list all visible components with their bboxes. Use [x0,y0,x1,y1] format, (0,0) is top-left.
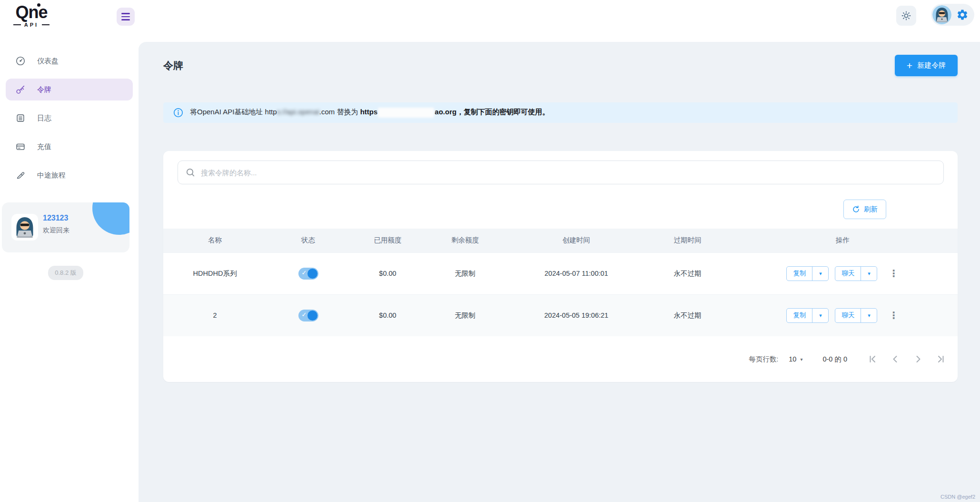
toggle-knob [307,269,317,279]
copy-button[interactable]: 复制 [787,309,812,322]
sidebar-item-tokens[interactable]: 令牌 [6,79,133,100]
table-row: HDHDHD系列 ✓ $0.00 无限制 2024-05-07 11:00:01… [163,252,958,294]
page-title: 令牌 [163,59,183,72]
sidebar-item-label: 仪表盘 [37,57,59,66]
used-quota: $0.00 [350,294,426,336]
copy-dropdown-button[interactable]: ▾ [812,309,828,322]
info-banner: 将OpenAI API基础地址 https://api.openai.com 替… [163,102,958,123]
chat-split-button[interactable]: 聊天 ▾ [835,308,877,323]
first-page-button[interactable] [867,354,878,364]
token-name: HDHDHD系列 [163,252,267,294]
search-input[interactable] [201,169,936,177]
created-time: 2024-05-05 19:06:21 [505,294,648,336]
copy-button[interactable]: 复制 [787,267,812,281]
avatar [11,214,38,241]
paintbrush-icon [15,170,26,181]
user-card[interactable]: 123123 欢迎回来 [2,202,129,252]
redacted-url-segment: s://api.openai [277,108,319,116]
rows-per-page-label: 每页行数: [749,355,778,364]
dots-vertical-icon: ⋮ [889,310,898,321]
pagination-range: 0-0 的 0 [822,355,847,364]
sun-icon [901,10,912,21]
toggle-knob [307,311,317,321]
dots-vertical-icon: ⋮ [889,268,898,279]
check-icon: ✓ [302,311,307,318]
logo-subtitle: API [8,22,55,28]
user-menu[interactable] [931,4,974,26]
column-header-status: 状态 [267,229,350,252]
table-header-row: 名称 状态 已用额度 剩余额度 创建时间 过期时间 操作 [163,229,958,252]
sidebar: 仪表盘 令牌 日志 充值 [0,42,139,502]
first-page-icon [868,354,877,364]
user-greeting: 欢迎回来 [43,226,69,235]
refresh-icon [852,205,860,213]
column-header-used: 已用额度 [350,229,426,252]
dashboard-icon [15,56,26,66]
sidebar-item-label: 令牌 [37,85,51,94]
sidebar-item-label: 中途旅程 [37,171,66,180]
last-page-button[interactable] [936,354,946,364]
status-toggle[interactable]: ✓ [298,268,318,280]
chat-button[interactable]: 聊天 [835,267,861,281]
credit-card-icon [15,141,26,152]
previous-page-button[interactable] [890,354,901,364]
more-actions-button[interactable]: ⋮ [889,269,898,278]
chat-split-button[interactable]: 聊天 ▾ [835,266,877,281]
remaining-quota: 无限制 [426,252,505,294]
chevron-down-icon: ▾ [819,312,822,319]
sidebar-item-dashboard[interactable]: 仪表盘 [6,50,133,72]
more-actions-button[interactable]: ⋮ [889,311,898,320]
token-name: 2 [163,294,267,336]
copy-split-button[interactable]: 复制 ▾ [786,308,829,323]
chevron-down-icon: ▾ [868,312,871,319]
chat-dropdown-button[interactable]: ▾ [861,309,877,322]
key-icon [15,84,26,95]
expire-time: 永不过期 [648,294,727,336]
created-time: 2024-05-07 11:00:01 [505,252,648,294]
refresh-button[interactable]: 刷新 [843,200,886,219]
watermark: CSDN @egef2 [940,494,975,500]
redacted-url-patch [378,108,434,118]
log-list-icon [15,113,26,123]
pagination: 每页行数: 10 ▾ 0-0 的 0 [163,336,958,382]
menu-toggle-button[interactable] [117,8,135,26]
top-bar: Qne API [0,0,980,42]
app-logo[interactable]: Qne API [8,3,55,28]
used-quota: $0.00 [350,252,426,294]
info-icon [173,108,183,118]
status-toggle[interactable]: ✓ [298,310,318,321]
chevron-down-icon: ▾ [868,271,871,277]
sidebar-item-label: 充值 [37,142,51,151]
column-header-remaining: 剩余额度 [426,229,505,252]
next-page-button[interactable] [913,354,923,364]
hamburger-icon [121,13,130,14]
sidebar-item-midjourney[interactable]: 中途旅程 [6,164,133,186]
sidebar-item-recharge[interactable]: 充值 [6,136,133,158]
theme-toggle-button[interactable] [896,6,916,26]
column-header-name: 名称 [163,229,267,252]
rows-per-page-select[interactable]: 10 ▾ [789,355,802,363]
search-icon [186,168,195,177]
banner-text: 将OpenAI API基础地址 https://api.openai.com 替… [190,108,549,118]
sidebar-item-label: 日志 [37,114,51,123]
settings-gear-icon[interactable] [956,9,969,21]
sidebar-item-logs[interactable]: 日志 [6,107,133,129]
expire-time: 永不过期 [648,252,727,294]
version-badge: 0.8.2 版 [48,266,83,280]
sidebar-menu: 仪表盘 令牌 日志 充值 [0,50,139,186]
last-page-icon [936,354,946,364]
search-box[interactable] [178,161,944,184]
logo-text: Qne [15,3,47,22]
copy-dropdown-button[interactable]: ▾ [812,267,828,281]
new-token-button[interactable]: + 新建令牌 [895,55,958,76]
chevron-down-icon: ▾ [819,271,822,277]
plus-icon: + [907,60,912,70]
chat-dropdown-button[interactable]: ▾ [861,267,877,281]
chevron-left-icon [891,354,900,364]
chat-button[interactable]: 聊天 [835,309,861,322]
copy-split-button[interactable]: 复制 ▾ [786,266,829,281]
card-corner-decoration [92,202,129,235]
tokens-table: 名称 状态 已用额度 剩余额度 创建时间 过期时间 操作 HDHDHD系列 ✓ [163,229,958,336]
avatar[interactable] [932,5,951,24]
check-icon: ✓ [302,269,307,276]
